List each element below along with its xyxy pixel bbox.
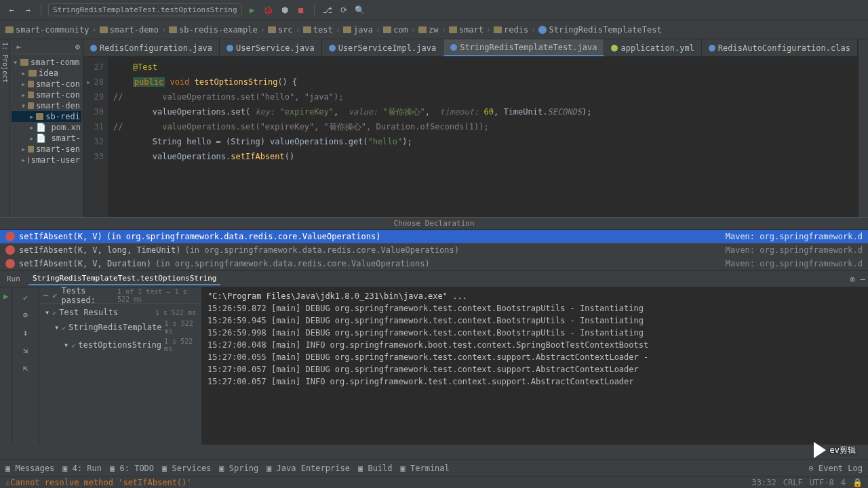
status-item[interactable]: ▣ Services <box>162 464 211 473</box>
tree-item[interactable]: ▸ smart-con <box>12 79 81 89</box>
tests-passed-detail: 1 of 1 test – 1 s 522 ms <box>117 288 197 303</box>
test-tree[interactable]: — ✔ Tests passed: 1 of 1 test – 1 s 522 … <box>39 287 202 445</box>
tree-item[interactable]: ▸ sb-redi <box>12 111 81 122</box>
breadcrumb-item[interactable]: smart <box>449 25 484 35</box>
stop-icon[interactable]: ■ <box>295 4 307 16</box>
right-tool-strip <box>858 39 868 217</box>
log-line: 15:27:00.055 [main] DEBUG org.springfram… <box>208 351 863 363</box>
declaration-option[interactable]: setIfAbsent(K, V, long, TimeUnit) (in or… <box>0 243 868 257</box>
bottom-tool-bar: ▣ Messages▣ 4: Run▣ 6: TODO▣ Services▣ S… <box>0 460 868 476</box>
breadcrumb-item[interactable]: smart-demo <box>100 25 159 35</box>
run-output[interactable]: "C:\Program Files\Java\jdk1.8.0_231\bin\… <box>202 287 868 445</box>
debug-icon[interactable]: 🐞 <box>262 4 275 16</box>
project-tool-button[interactable]: 1: Project <box>1 42 9 83</box>
run-panel: Run StringRedisTemplateTest.testOptionsS… <box>0 270 868 445</box>
update-icon[interactable]: ⟳ <box>338 4 350 16</box>
status-item[interactable]: ▣ Messages <box>5 464 54 473</box>
run-config-tab[interactable]: StringRedisTemplateTest.testOptionsStrin… <box>28 272 221 285</box>
file-encoding[interactable]: UTF-8 <box>810 478 834 487</box>
editor-tab[interactable]: RedisConfiguration.java <box>83 39 220 56</box>
tree-item[interactable]: ▾ smart-den <box>12 100 81 111</box>
popup-title: Choose Declaration <box>0 218 868 230</box>
project-panel: ⇤ ⚙ ▾ smart-comm▸ idea▸ smart-con▸ smart… <box>10 39 83 217</box>
log-line: 15:26:59.998 [main] DEBUG org.springfram… <box>208 327 863 339</box>
breadcrumb-item[interactable]: sb-redis-example <box>169 25 258 35</box>
editor-tab[interactable]: UserService.java <box>220 39 322 56</box>
event-log-button[interactable]: ⊙ Event Log <box>809 464 863 473</box>
status-bar: ⚠ Cannot resolve method 'setIfAbsent()' … <box>0 476 868 488</box>
filter-icon[interactable]: ⊘ <box>18 308 33 323</box>
breadcrumb-item[interactable]: java <box>343 25 373 35</box>
indent-info[interactable]: 4 <box>841 478 846 487</box>
gear-icon[interactable]: ⚙ <box>75 42 80 52</box>
run-config-selector[interactable]: StringRedisTemplateTest.testOptionsStrin… <box>48 3 242 16</box>
search-icon[interactable]: 🔍 <box>354 4 366 16</box>
rerun-icon[interactable]: ▶ <box>3 291 8 301</box>
log-line: 15:26:59.945 [main] DEBUG org.springfram… <box>208 314 863 327</box>
editor-gutter: 27▸282930313233 <box>83 57 108 217</box>
pass-icon[interactable]: ✔ <box>18 290 33 305</box>
editor-tabs: RedisConfiguration.javaUserService.javaU… <box>83 39 858 57</box>
vcs-icon[interactable]: ⎇ <box>321 4 334 16</box>
log-line: 15:27:00.057 [main] DEBUG org.springfram… <box>208 363 863 375</box>
breadcrumb-item[interactable]: src <box>268 25 293 35</box>
collapse-icon[interactable]: ⇤ <box>13 41 25 53</box>
breadcrumb-item[interactable]: StringRedisTemplateTest <box>538 25 661 35</box>
coverage-icon[interactable]: ⬢ <box>279 4 291 16</box>
choose-declaration-popup: Choose Declaration setIfAbsent(K, V) (in… <box>0 217 868 270</box>
line-separator[interactable]: CRLF <box>783 478 803 487</box>
log-line: 15:27:00.048 [main] INFO org.springframe… <box>208 339 863 351</box>
breadcrumb-item[interactable]: redis <box>494 25 528 35</box>
sort-icon[interactable]: ↕ <box>18 325 33 340</box>
forward-icon[interactable]: → <box>22 4 34 16</box>
tests-passed-label: Tests passed: <box>61 286 113 305</box>
collapse-all-icon[interactable]: ⇱ <box>18 361 33 375</box>
breadcrumb-item[interactable]: smart-community <box>5 25 89 35</box>
output-cmd: "C:\Program Files\Java\jdk1.8.0_231\bin\… <box>208 290 863 302</box>
pass-status-icon: ✔ <box>52 291 57 300</box>
breadcrumb-item[interactable]: zw <box>418 25 438 35</box>
editor-tab[interactable]: application.yml <box>604 39 701 56</box>
breadcrumb-item[interactable]: test <box>303 25 333 35</box>
tree-item[interactable]: ▸ idea <box>12 68 81 79</box>
left-tool-strip: 1: Project <box>0 39 10 217</box>
run-toolbar: ✔ ⊘ ↕ ⇲ ⇱ <box>12 287 39 445</box>
status-message: Cannot resolve method 'setIfAbsent()' <box>10 478 191 487</box>
run-icon[interactable]: ▶ <box>246 4 258 16</box>
code-editor[interactable]: @Test public void testOptionsString() {/… <box>108 57 858 217</box>
test-result-item[interactable]: ▾✔StringRedisTemplate1 s 522 ms <box>42 319 199 336</box>
declaration-option[interactable]: setIfAbsent(K, V, Duration) (in org.spri… <box>0 257 868 270</box>
editor-tab[interactable]: StringRedisTemplateTest.java <box>443 39 604 56</box>
status-item[interactable]: ▣ Spring <box>219 464 258 473</box>
tree-item[interactable]: ▸ smart-con <box>12 89 81 100</box>
status-item[interactable]: ▣ Terminal <box>401 464 450 473</box>
tree-item[interactable]: ▸📄 smart-c <box>12 133 81 144</box>
caret-position: 33:32 <box>752 478 776 487</box>
tree-item[interactable]: ▸ smart-sen <box>12 144 81 155</box>
status-item[interactable]: ▣ 4: Run <box>62 464 102 473</box>
log-line: 15:27:00.057 [main] INFO org.springframe… <box>208 375 863 388</box>
breadcrumb: smart-community› smart-demo› sb-redis-ex… <box>0 20 868 39</box>
lock-icon: 🔒 <box>852 478 863 487</box>
back-icon[interactable]: ← <box>5 4 18 16</box>
run-side-strip: ▶ <box>0 287 12 445</box>
project-tree[interactable]: ▾ smart-comm▸ idea▸ smart-con▸ smart-con… <box>10 54 83 168</box>
declaration-option[interactable]: setIfAbsent(K, V) (in org.springframewor… <box>0 230 868 243</box>
warning-icon: ⚠ <box>5 478 10 487</box>
settings-icon[interactable]: ⚙ <box>850 274 855 284</box>
editor-tab[interactable]: RedisAutoConfiguration.clas <box>702 39 858 56</box>
tree-item[interactable]: ▸📄 pom.xn <box>12 122 81 133</box>
log-line: 15:26:59.872 [main] DEBUG org.springfram… <box>208 302 863 314</box>
toggle-icon[interactable]: — <box>43 291 48 300</box>
test-result-item[interactable]: ▾✔testOptionsString1 s 522 ms <box>42 336 199 354</box>
run-tab-label[interactable]: Run <box>3 273 24 285</box>
editor-tab[interactable]: UserServiceImpl.java <box>322 39 444 56</box>
breadcrumb-item[interactable]: com <box>383 25 408 35</box>
expand-icon[interactable]: ⇲ <box>18 343 33 358</box>
status-item[interactable]: ▣ 6: TODO <box>110 464 154 473</box>
minimize-icon[interactable]: — <box>861 274 865 284</box>
status-item[interactable]: ▣ Java Enterprise <box>267 464 350 473</box>
main-toolbar: ← → StringRedisTemplateTest.testOptionsS… <box>0 0 868 20</box>
status-item[interactable]: ▣ Build <box>358 464 393 473</box>
tree-item[interactable]: ▸ smart-user <box>12 155 81 165</box>
